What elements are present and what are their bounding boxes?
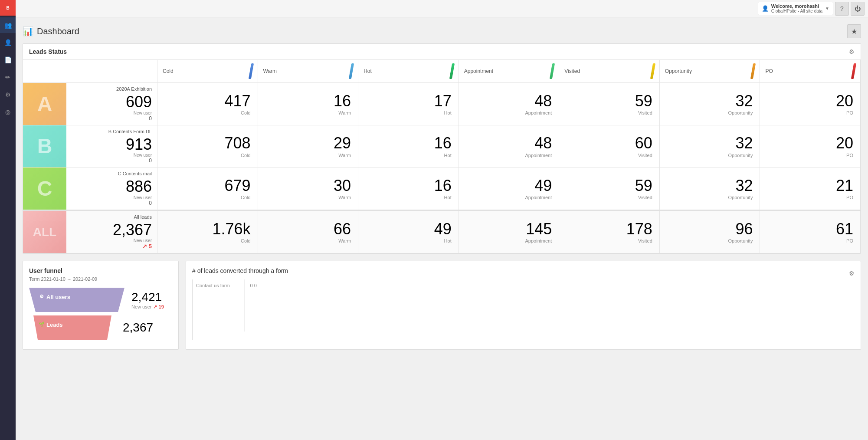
row-all-po: 61 PO: [760, 211, 861, 253]
page-title: 📊 Dashboard: [23, 26, 79, 36]
row-b-newuser-label: New user: [68, 153, 152, 158]
row-b-label: B B Contents Form DL 913 New user 0: [23, 125, 157, 167]
svg-text:Leads: Leads: [46, 322, 63, 328]
row-b-appointment: 48 Appointment: [459, 125, 560, 167]
page-header: 📊 Dashboard ★: [23, 24, 861, 38]
funnel-all-users-stats: 2,421 New user ↗ 19: [131, 290, 164, 310]
row-c-appointment: 49 Appointment: [459, 167, 560, 210]
col-header-hot: Hot: [358, 60, 459, 82]
row-b-name: B Contents Form DL: [68, 129, 152, 134]
funnel-all-users-new: New user ↗ 19: [131, 304, 164, 310]
row-c-visited: 59 Visited: [559, 167, 660, 210]
row-c-newuser-label: New user: [68, 195, 152, 200]
row-c-opportunity: 32 Opportunity: [660, 167, 760, 210]
row-all-visited: 178 Visited: [559, 211, 660, 253]
row-b-cold: 708 Cold: [157, 125, 258, 167]
funnel-all-users-new-val: ↗ 19: [153, 304, 164, 310]
badge-a: A: [23, 83, 66, 125]
row-all-appointment: 145 Appointment: [459, 211, 560, 253]
row-b-warm: 29 Warm: [258, 125, 359, 167]
col-header-warm: Warm: [258, 60, 359, 82]
row-b-visited: 60 Visited: [559, 125, 660, 167]
leads-status-settings-icon[interactable]: ⚙: [849, 48, 855, 55]
app-logo[interactable]: B: [0, 0, 16, 16]
chart-settings-icon[interactable]: ⚙: [849, 270, 855, 277]
svg-text:⚙: ⚙: [39, 294, 44, 299]
sidebar-item-settings[interactable]: ⚙: [0, 87, 16, 102]
site-name: GlobalHPsite - All site data: [771, 9, 822, 13]
cold-bar-icon: [248, 63, 253, 79]
row-c-newuser-val: 0: [68, 200, 152, 206]
row-all-info: All leads 2,367 New user ↗ 5: [66, 211, 157, 253]
row-all-opportunity: 96 Opportunity: [660, 211, 760, 253]
sidebar-item-users[interactable]: 👥: [0, 17, 16, 33]
row-a-label: A 2020A Exhibition 609 New user 0: [23, 83, 157, 125]
sidebar-item-profile[interactable]: 👤: [0, 35, 16, 50]
user-name: Welcome, morohashi: [771, 3, 822, 9]
row-all-newuser-val: ↗ 5: [68, 243, 152, 250]
po-bar-icon: [851, 63, 856, 79]
row-b-hot: 16 Hot: [358, 125, 459, 167]
leads-chart-card: # of leads converted through a form ⚙ Co…: [186, 261, 861, 350]
leads-status-header: Leads Status ⚙: [23, 44, 861, 60]
row-c-label: C C Contents mail 886 New user 0: [23, 167, 157, 210]
row-all-warm: 66 Warm: [258, 211, 359, 253]
row-a-newuser-label: New user: [68, 111, 152, 115]
row-c-info: C Contents mail 886 New user 0: [66, 167, 157, 210]
row-b-po: 20 PO: [760, 125, 861, 167]
svg-marker-2: [29, 288, 124, 312]
topbar: 👤 Welcome, morohashi GlobalHPsite - All …: [16, 0, 868, 17]
row-b-opportunity: 32 Opportunity: [660, 125, 760, 167]
sidebar-item-documents[interactable]: 📄: [0, 52, 16, 68]
funnel-all-users-value: 2,421: [131, 290, 164, 304]
row-a-cold: 417 Cold: [157, 83, 258, 125]
user-menu[interactable]: 👤 Welcome, morohashi GlobalHPsite - All …: [758, 2, 833, 15]
table-row-all: ALL All leads 2,367 New user ↗ 5 1.76k C…: [23, 210, 861, 254]
column-headers: Cold Warm Hot Appointment Visited Opport…: [23, 60, 861, 83]
warm-bar-icon: [349, 63, 354, 79]
table-row: C C Contents mail 886 New user 0 679 Col…: [23, 167, 861, 210]
row-a-name: 2020A Exhibition: [68, 86, 152, 92]
help-button[interactable]: ?: [835, 2, 849, 16]
appointment-bar-icon: [550, 63, 555, 79]
favorite-button[interactable]: ★: [847, 24, 861, 38]
row-a-newuser-val: 0: [68, 115, 152, 121]
row-a-po: 20 PO: [760, 83, 861, 125]
svg-text:B: B: [6, 6, 9, 10]
row-all-cold: 1.76k Cold: [157, 211, 258, 253]
row-c-cold: 679 Cold: [157, 167, 258, 210]
bottom-section: User funnel Term 2021-01-10 ～ 2021-02-09…: [23, 261, 861, 350]
leads-chart-title: # of leads converted through a form: [192, 267, 288, 274]
row-all-label: ALL All leads 2,367 New user ↗ 5: [23, 211, 157, 253]
user-funnel-card: User funnel Term 2021-01-10 ～ 2021-02-09…: [23, 261, 179, 350]
row-b-total: 913: [68, 136, 152, 153]
table-row: B B Contents Form DL 913 New user 0 708 …: [23, 125, 861, 168]
col-header-appointment: Appointment: [459, 60, 560, 82]
col-header-opportunity: Opportunity: [660, 60, 760, 82]
chart-area: Contact us form 0 0: [192, 279, 855, 340]
row-c-po: 21 PO: [760, 167, 861, 210]
row-a-total: 609: [68, 93, 152, 111]
user-funnel-term: Term 2021-01-10 ～ 2021-02-09: [29, 276, 172, 282]
row-all-newuser-label: New user: [68, 238, 152, 243]
row-a-visited: 59 Visited: [559, 83, 660, 125]
sidebar-item-edit[interactable]: ✏: [0, 69, 16, 85]
row-all-name: All leads: [68, 214, 152, 220]
funnel-leads: 🌱 Leads 2,367: [29, 315, 172, 340]
opportunity-bar-icon: [750, 63, 756, 79]
row-c-name: C Contents mail: [68, 171, 152, 176]
dropdown-arrow-icon: ▼: [825, 6, 829, 11]
row-all-hot: 49 Hot: [358, 211, 459, 253]
svg-marker-5: [33, 315, 111, 340]
leads-status-title: Leads Status: [29, 48, 67, 55]
leads-status-card: Leads Status ⚙ Cold Warm Hot Appointment: [23, 43, 861, 254]
power-button[interactable]: ⏻: [851, 2, 865, 16]
row-a-hot: 17 Hot: [358, 83, 459, 125]
funnel-leads-stats: 2,367: [123, 321, 153, 335]
dashboard-icon: 📊: [23, 26, 33, 36]
badge-c: C: [23, 167, 66, 210]
row-a-info: 2020A Exhibition 609 New user 0: [66, 83, 157, 125]
sidebar-item-circle[interactable]: ◎: [0, 104, 16, 120]
svg-text:🌱: 🌱: [39, 321, 45, 327]
row-c-total: 886: [68, 178, 152, 195]
